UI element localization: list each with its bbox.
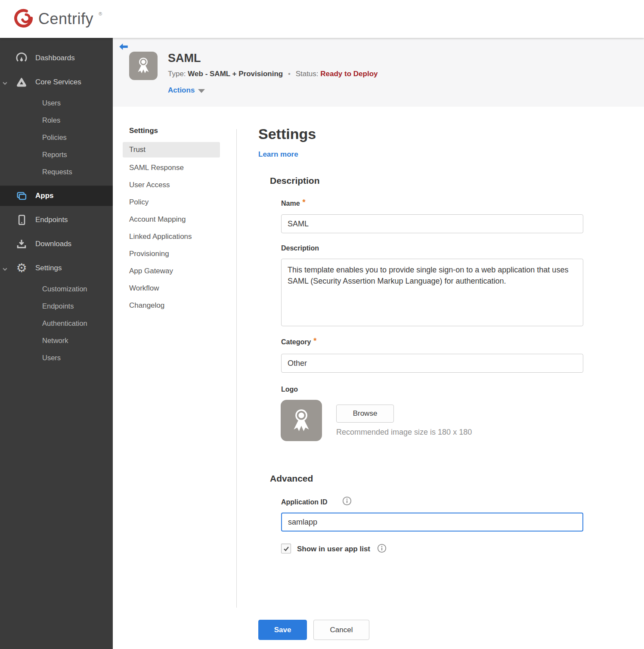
page-title: SAML: [168, 52, 201, 65]
sidebar-item-network[interactable]: Network: [0, 332, 113, 349]
actions-menu-button[interactable]: Actions: [168, 86, 205, 95]
meta-separator: •: [285, 70, 294, 78]
category-field[interactable]: [281, 354, 583, 373]
category-label: Category*: [281, 337, 316, 346]
sidebar-item-requests[interactable]: Requests: [0, 163, 113, 180]
brand-name: Centrify: [38, 10, 93, 28]
type-value: Web - SAML + Provisioning: [188, 70, 283, 78]
caret-down-icon: [198, 89, 205, 93]
application-id-label: Application ID: [281, 498, 328, 506]
description-field[interactable]: This template enables you to provide sin…: [281, 259, 583, 326]
learn-more-link[interactable]: Learn more: [258, 150, 298, 159]
core-services-submenu: Users Roles Policies Reports Requests: [0, 94, 113, 180]
sidebar-item-users[interactable]: Users: [0, 94, 113, 111]
subnav-item-provisioning[interactable]: Provisioning: [123, 245, 220, 263]
download-icon: [15, 238, 28, 250]
advanced-section-heading: Advanced: [270, 473, 313, 484]
logo-preview-tile: [281, 400, 322, 441]
sidebar-item-endpoints[interactable]: Endpoints: [0, 211, 113, 229]
browse-button[interactable]: Browse: [336, 405, 394, 423]
ribbon-badge-icon: [288, 406, 315, 435]
sidebar-item-customization[interactable]: Customization: [0, 280, 113, 297]
subnav-item-saml-response[interactable]: SAML Response: [123, 159, 220, 176]
save-button[interactable]: Save: [258, 620, 307, 640]
name-label: Name*: [281, 199, 306, 208]
checkmark-icon: [283, 545, 290, 552]
sidebar-item-dashboards[interactable]: Dashboards: [0, 49, 113, 67]
chevron-down-icon[interactable]: [2, 266, 8, 274]
subnav-item-trust[interactable]: Trust: [123, 142, 220, 158]
name-field[interactable]: [281, 214, 583, 233]
core-services-icon: [15, 76, 28, 89]
settings-submenu: Customization Endpoints Authentication N…: [0, 280, 113, 366]
app-logo-tile: [129, 52, 158, 80]
info-icon[interactable]: [342, 496, 352, 506]
sidebar-item-authentication[interactable]: Authentication: [0, 315, 113, 332]
top-bar: Centrify ®: [0, 0, 644, 38]
back-arrow-icon[interactable]: [118, 41, 129, 53]
apps-icon: [15, 189, 28, 202]
subnav-item-changelog[interactable]: Changelog: [123, 297, 220, 314]
sidebar-item-users-settings[interactable]: Users: [0, 349, 113, 366]
sidebar-item-settings[interactable]: ⚙ Settings: [0, 260, 113, 277]
description-section-heading: Description: [270, 176, 320, 186]
sidebar-item-roles[interactable]: Roles: [0, 111, 113, 129]
app-meta-line: Type: Web - SAML + Provisioning • Status…: [168, 70, 378, 78]
type-label: Type:: [168, 70, 186, 78]
logo-size-hint: Recommended image size is 180 x 180: [336, 428, 472, 437]
status-label: Status:: [296, 70, 319, 78]
brand-trademark: ®: [99, 11, 102, 16]
device-icon: [15, 213, 28, 226]
subnav-item-app-gateway[interactable]: App Gateway: [123, 263, 220, 280]
subnav-item-account-mapping[interactable]: Account Mapping: [123, 211, 220, 228]
cancel-button[interactable]: Cancel: [313, 620, 369, 640]
subnav-item-linked-applications[interactable]: Linked Applications: [123, 228, 220, 245]
required-asterisk: *: [313, 337, 316, 345]
sidebar-item-core-services[interactable]: Core Services: [0, 74, 113, 91]
application-id-field[interactable]: [281, 513, 583, 532]
sidebar-item-policies[interactable]: Policies: [0, 129, 113, 146]
app-header: SAML Type: Web - SAML + Provisioning • S…: [113, 38, 644, 107]
logo-label: Logo: [281, 386, 298, 393]
description-label: Description: [281, 244, 319, 252]
sidebar-item-endpoints-settings[interactable]: Endpoints: [0, 297, 113, 315]
chevron-down-icon[interactable]: [2, 80, 8, 88]
content-divider: [236, 129, 237, 608]
show-in-user-app-list-label: Show in user app list: [297, 545, 370, 553]
sidebar-item-apps[interactable]: Apps: [0, 185, 113, 206]
subnav-item-workflow[interactable]: Workflow: [123, 280, 220, 297]
gauge-icon: [15, 52, 28, 65]
show-in-user-app-list-checkbox[interactable]: [281, 544, 291, 553]
subnav-header: Settings: [129, 127, 158, 135]
ribbon-badge-icon: [133, 55, 153, 77]
subnav-list: Trust SAML Response User Access Policy A…: [123, 142, 220, 314]
sidebar-nav: Dashboards Core Services Users Roles Pol…: [0, 38, 113, 649]
info-icon[interactable]: [377, 544, 387, 553]
centrify-logo: Centrify ®: [14, 8, 101, 30]
settings-heading: Settings: [258, 126, 316, 142]
sidebar-item-reports[interactable]: Reports: [0, 146, 113, 163]
sidebar-item-downloads[interactable]: Downloads: [0, 235, 113, 253]
status-badge: Ready to Deploy: [320, 70, 378, 78]
subnav-item-policy[interactable]: Policy: [123, 194, 220, 211]
required-asterisk: *: [303, 198, 306, 207]
centrify-swirl-icon: [14, 8, 34, 30]
subnav-item-user-access[interactable]: User Access: [123, 176, 220, 194]
gear-icon: ⚙: [15, 262, 28, 275]
